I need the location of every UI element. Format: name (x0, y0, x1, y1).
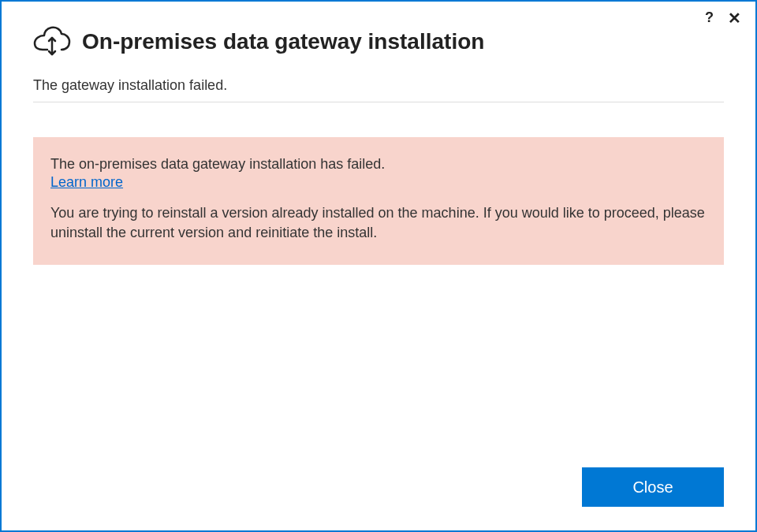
installer-window: ? ✕ On-premises data gateway installatio… (0, 0, 757, 532)
status-text: The gateway installation failed. (33, 77, 724, 102)
error-message: The on-premises data gateway installatio… (50, 156, 707, 173)
learn-more-link[interactable]: Learn more (50, 174, 123, 191)
content-area: The gateway installation failed. The on-… (2, 77, 755, 467)
page-title: On-premises data gateway installation (82, 29, 484, 54)
header: On-premises data gateway installation (2, 2, 755, 77)
titlebar-controls: ? ✕ (702, 9, 744, 26)
footer: Close (2, 467, 755, 530)
error-panel: The on-premises data gateway installatio… (33, 137, 724, 265)
error-detail: You are trying to reinstall a version al… (50, 203, 707, 243)
close-button[interactable]: Close (582, 467, 724, 507)
cloud-sync-icon (33, 25, 71, 58)
help-button[interactable]: ? (702, 9, 717, 26)
window-close-button[interactable]: ✕ (725, 10, 744, 26)
